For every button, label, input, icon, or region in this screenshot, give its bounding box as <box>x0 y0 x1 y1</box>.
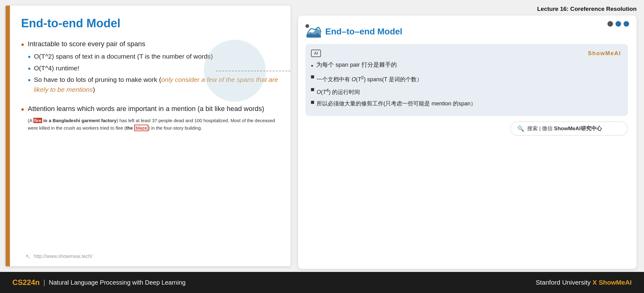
example-text: (A fire in a Bangladeshi garment factory… <box>28 117 278 132</box>
ai-sub-square-2 <box>311 88 314 91</box>
ai-sub-1: 一个文档中有 O(T2) spans(T 是词的个数） <box>311 74 621 84</box>
ai-sub-square-1 <box>311 75 314 78</box>
dot-dark <box>607 21 613 27</box>
slide-content: End-to-end Model • Intractable to score … <box>10 6 291 266</box>
dot-blue-1 <box>616 21 621 27</box>
ai-box-header: AI ShowMeAI <box>311 50 621 57</box>
ai-main-text: 为每个 span pair 打分是棘手的 <box>316 60 397 69</box>
card-logo-area: End–to–end Model <box>305 24 628 40</box>
ex-end: ) in the four-story building. <box>148 125 202 131</box>
search-text: 搜索 | 微信 ShowMeAI研究中心 <box>527 125 602 132</box>
ai-icon-text: AI <box>314 51 318 55</box>
ex-mid1: in a Bangladeshi garment factory <box>43 118 117 123</box>
ai-sub-bullets: 一个文档中有 O(T2) spans(T 是词的个数） O(T4) 的运行时间 … <box>311 74 621 108</box>
dot-blue-2 <box>624 21 629 27</box>
cursor-icon: ↖ <box>25 253 31 260</box>
showmeai-brand: ShowMeAI <box>599 279 632 286</box>
lecture-header: Lecture 16: Coreference Resolution <box>298 3 637 16</box>
course-code: CS224n <box>12 278 40 287</box>
ai-bullet-main: • 为每个 span pair 打分是棘手的 <box>311 60 621 71</box>
bottom-divider: | <box>43 278 45 286</box>
bottom-bar: CS224n | Natural Language Processing wit… <box>0 272 644 293</box>
fire-word: fire <box>33 118 42 123</box>
search-box[interactable]: 🔍 搜索 | 微信 ShowMeAI研究中心 <box>510 122 628 135</box>
bullet-label-2: Attention learns which words are importa… <box>28 105 264 113</box>
sub-dot-1: ● <box>28 53 31 60</box>
x-mark: X <box>593 279 597 286</box>
main-content: End-to-end Model • Intractable to score … <box>0 0 644 272</box>
ai-sub-square-3 <box>311 101 314 104</box>
right-panel: Lecture 16: Coreference Resolution End–t… <box>291 0 644 272</box>
course-name: Natural Language Processing with Deep Le… <box>49 279 186 286</box>
slide-left-bar <box>6 6 10 266</box>
ai-sub-text-3: 所以必须做大量的修剪工作(只考虑一些可能是 mention 的span） <box>317 99 476 108</box>
bullet-label-1: Intractable to score every pair of spans <box>28 40 145 48</box>
the-word: the blaze <box>126 125 148 131</box>
card-title: End–to–end Model <box>325 27 402 37</box>
bullet-dot-1: • <box>21 39 24 50</box>
search-brand: ShowMeAI研究中心 <box>554 126 602 131</box>
blaze-word: blaze <box>134 125 148 131</box>
bottom-right: Stanford University X ShowMeAI <box>536 279 632 286</box>
showmeai-label: ShowMeAI <box>588 50 621 57</box>
card-small-dot <box>305 24 309 28</box>
ai-sub-text-2: O(T4) 的运行时间 <box>317 87 360 97</box>
ai-sub-3: 所以必须做大量的修剪工作(只考虑一些可能是 mention 的span） <box>311 99 621 108</box>
ex-prefix: (A fire in a Bangladeshi garment factory… <box>28 118 118 123</box>
ai-sub-text-1: 一个文档中有 O(T2) spans(T 是词的个数） <box>317 74 422 84</box>
sub-dot-3: ● <box>28 76 31 84</box>
bottom-left: CS224n | Natural Language Processing wit… <box>12 278 186 287</box>
right-slide-card: End–to–end Model AI ShowMeAI • 为每个 span … <box>298 16 637 269</box>
ai-sub-2: O(T4) 的运行时间 <box>311 87 621 97</box>
ai-info-box: AI ShowMeAI • 为每个 span pair 打分是棘手的 一个文档中… <box>305 44 628 116</box>
search-icon: 🔍 <box>517 125 524 132</box>
circle-decoration <box>204 40 266 102</box>
card-top-dots <box>607 21 629 27</box>
sub-text-2: O(T^4) runtime! <box>34 63 79 73</box>
ai-icon: AI <box>311 50 321 57</box>
bullet-text-2: Attention learns which words are importa… <box>28 104 278 132</box>
slide-footer: ↖ http://www.showmeai.tech/ <box>25 253 92 260</box>
ai-bullets: • 为每个 span pair 打分是棘手的 一个文档中有 O(T2) span… <box>311 60 621 108</box>
bullet-dot-2: • <box>21 104 24 115</box>
ai-main-dot: • <box>311 61 313 71</box>
search-bar-area: 🔍 搜索 | 微信 ShowMeAI研究中心 <box>305 122 628 135</box>
sub-text-1: O(T^2) spans of text in a document (T is… <box>34 51 213 61</box>
slide-panel: End-to-end Model • Intractable to score … <box>6 6 291 266</box>
stanford-text: Stanford University <box>536 279 590 286</box>
footer-url: http://www.showmeai.tech/ <box>34 254 92 259</box>
slide-title: End-to-end Model <box>21 17 278 30</box>
sub-dot-2: ● <box>28 65 31 72</box>
ai-sub-list: 一个文档中有 O(T2) spans(T 是词的个数） O(T4) 的运行时间 … <box>311 74 621 108</box>
bullet-item-2: • Attention learns which words are impor… <box>21 104 278 132</box>
